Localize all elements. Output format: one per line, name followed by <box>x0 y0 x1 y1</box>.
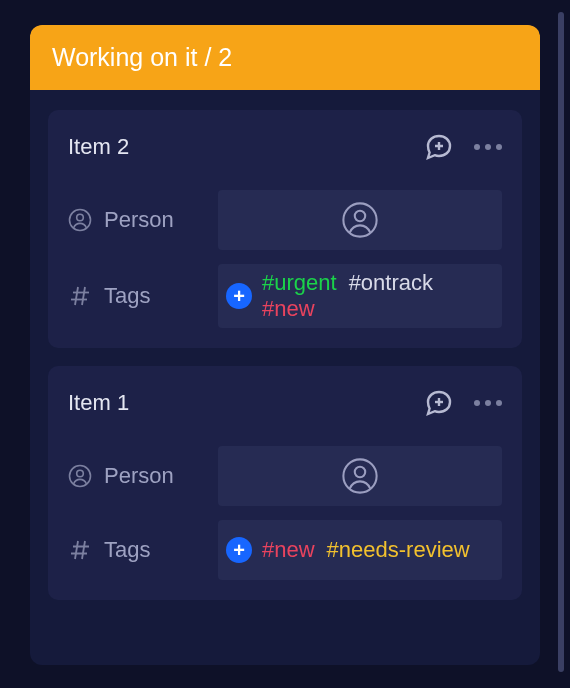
svg-point-13 <box>77 470 84 477</box>
column-title: Working on it / 2 <box>52 43 232 72</box>
svg-line-9 <box>82 287 85 305</box>
tag[interactable]: #needs-review <box>327 537 470 563</box>
vertical-scrollbar[interactable] <box>558 12 564 672</box>
more-options-icon[interactable] <box>474 144 502 150</box>
person-label-text: Person <box>104 207 174 233</box>
tags-label-text: Tags <box>104 283 150 309</box>
card-actions <box>424 388 502 418</box>
tags-wrap: #urgent#ontrack#new <box>262 270 492 322</box>
person-cell[interactable] <box>218 446 502 506</box>
tag[interactable]: #ontrack <box>349 270 433 296</box>
tags-cell[interactable]: + #urgent#ontrack#new <box>218 264 502 328</box>
person-row: Person <box>68 190 502 250</box>
card-list: Item 2 <box>30 90 540 620</box>
hash-icon <box>68 538 92 562</box>
column-header[interactable]: Working on it / 2 <box>30 25 540 90</box>
kanban-card[interactable]: Item 2 <box>48 110 522 348</box>
tag[interactable]: #urgent <box>262 270 337 296</box>
kanban-column: Working on it / 2 Item 2 <box>30 25 540 665</box>
person-label-text: Person <box>104 463 174 489</box>
tags-row: Tags + #urgent#ontrack#new <box>68 264 502 328</box>
svg-line-18 <box>75 541 78 559</box>
person-icon <box>68 464 92 488</box>
card-header: Item 1 <box>68 388 502 418</box>
tags-label-text: Tags <box>104 537 150 563</box>
add-comment-icon[interactable] <box>424 132 454 162</box>
person-icon <box>68 208 92 232</box>
svg-line-19 <box>82 541 85 559</box>
tags-label: Tags <box>68 537 218 563</box>
person-cell[interactable] <box>218 190 502 250</box>
svg-line-8 <box>75 287 78 305</box>
svg-point-4 <box>343 203 376 236</box>
add-tag-icon[interactable]: + <box>226 537 252 563</box>
person-avatar-icon <box>341 457 379 495</box>
card-actions <box>424 132 502 162</box>
tags-label: Tags <box>68 283 218 309</box>
card-title[interactable]: Item 2 <box>68 134 129 160</box>
add-comment-icon[interactable] <box>424 388 454 418</box>
tags-row: Tags + #new#needs-review <box>68 520 502 580</box>
tags-wrap: #new#needs-review <box>262 537 470 563</box>
tags-cell[interactable]: + #new#needs-review <box>218 520 502 580</box>
card-title[interactable]: Item 1 <box>68 390 129 416</box>
person-avatar-icon <box>341 201 379 239</box>
card-header: Item 2 <box>68 132 502 162</box>
hash-icon <box>68 284 92 308</box>
kanban-card[interactable]: Item 1 <box>48 366 522 600</box>
tag[interactable]: #new <box>262 537 315 563</box>
svg-point-3 <box>77 214 84 221</box>
person-label: Person <box>68 463 218 489</box>
person-row: Person <box>68 446 502 506</box>
svg-point-15 <box>355 467 365 477</box>
add-tag-icon[interactable]: + <box>226 283 252 309</box>
more-options-icon[interactable] <box>474 400 502 406</box>
svg-point-14 <box>343 459 376 492</box>
svg-point-5 <box>355 211 365 221</box>
tag[interactable]: #new <box>262 296 315 322</box>
person-label: Person <box>68 207 218 233</box>
